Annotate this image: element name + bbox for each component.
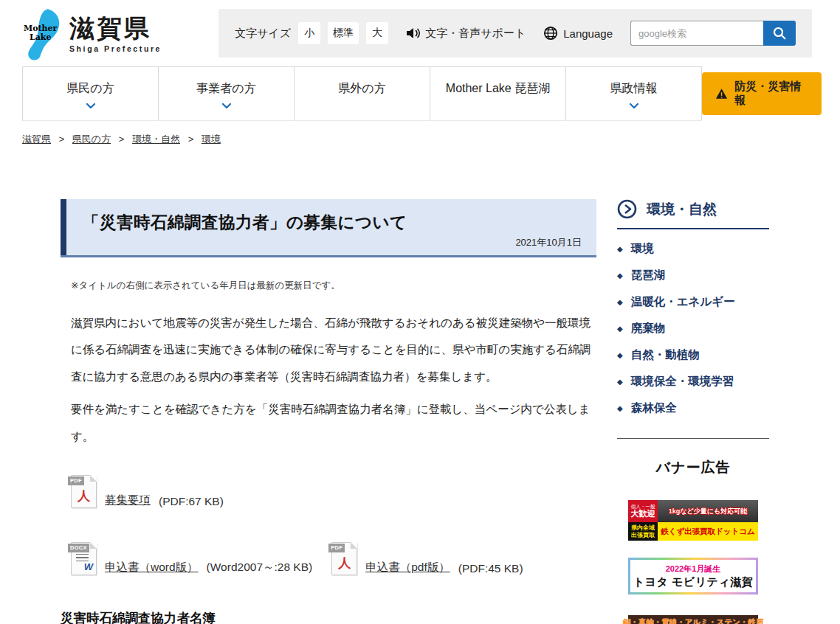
file-link-boshu-yoko[interactable]: 募集要項 — [105, 493, 151, 508]
file-item-moshikomi-word: DOCX 申込書（word版） (Word2007～:28 KB) — [71, 542, 312, 575]
file-row: DOCX 申込書（word版） (Word2007～:28 KB) PDF 申込… — [71, 542, 596, 575]
file-link-moshikomi-word[interactable]: 申込書（word版） — [105, 560, 199, 575]
search-icon — [772, 26, 787, 41]
audio-support-link[interactable]: 文字・音声サポート — [406, 27, 526, 41]
font-size-large-button[interactable]: 大 — [366, 22, 388, 44]
globe-icon — [543, 26, 558, 41]
language-label: Language — [563, 27, 613, 40]
banner-ad-scrap-metal[interactable]: 個人・一般 大歓迎 県内全域 出張買取 1kgなど少量にも対応可能 鉄くず出張買… — [628, 500, 758, 541]
warning-icon — [715, 88, 728, 100]
diamond-bullet-icon: ◆ — [617, 272, 623, 280]
sidebar-category-header[interactable]: 環境・自然 — [617, 199, 769, 229]
main-column: 「災害時石綿調査協力者」の募集について 2021年10月1日 ※タイトルの右側に… — [61, 199, 596, 624]
diamond-bullet-icon: ◆ — [617, 378, 623, 386]
file-type-badge: DOCX — [68, 544, 89, 552]
file-type-badge: PDF — [68, 476, 84, 485]
main-nav: 県民の方 事業者の方 県外の方 Mother Lake 琵琶湖 県政情報 — [0, 66, 840, 121]
sidebar-item-kankyo[interactable]: ◆環境 — [617, 241, 769, 257]
logo-prefecture-name: 滋賀県 — [69, 15, 162, 41]
search-input[interactable] — [630, 21, 763, 46]
docx-file-icon: DOCX — [71, 542, 97, 575]
diamond-bullet-icon: ◆ — [617, 299, 623, 306]
breadcrumb-link-home[interactable]: 滋賀県 — [22, 134, 51, 145]
banner-ad-toyota[interactable]: 2022年1月誕生 トヨタ モビリティ滋賀 — [628, 558, 758, 594]
file-meta: (PDF:45 KB) — [458, 562, 523, 575]
mother-lake-text: Mother Lake — [24, 24, 57, 41]
chevron-down-icon — [86, 103, 96, 109]
search-button[interactable] — [763, 21, 796, 46]
sidebar-item-kankyohozen-gakushu[interactable]: ◆環境保全・環境学習 — [617, 374, 769, 389]
diamond-bullet-icon: ◆ — [617, 246, 623, 253]
site-header: Mother Lake 滋賀県 Shiga Prefecture 文字サイズ 小… — [0, 0, 840, 66]
document-lines-decoration — [76, 554, 89, 564]
font-size-standard-button[interactable]: 標準 — [328, 22, 359, 44]
file-link-moshikomi-pdf[interactable]: 申込書（pdf版） — [365, 560, 450, 575]
breadcrumb: 滋賀県 > 県民の方 > 環境・自然 > 環境 — [0, 121, 840, 146]
diamond-bullet-icon: ◆ — [617, 325, 623, 333]
update-note: ※タイトルの右側に表示されている年月日は最新の更新日です。 — [71, 280, 596, 292]
breadcrumb-separator: > — [188, 134, 194, 145]
banner-ad-metal-recycle[interactable]: 銅・真鍮・電線・アルミ・ステン・鉄屑 — [628, 615, 758, 624]
audio-support-label: 文字・音声サポート — [425, 27, 526, 41]
nav-item-kenmin[interactable]: 県民の方 — [23, 67, 159, 120]
speaker-icon — [406, 27, 420, 39]
nav-item-mother-lake-biwako[interactable]: Mother Lake 琵琶湖 — [430, 67, 566, 120]
site-search — [630, 21, 796, 46]
language-link[interactable]: Language — [543, 26, 613, 41]
font-size-small-button[interactable]: 小 — [298, 22, 320, 44]
nav-item-kengai[interactable]: 県外の方 — [295, 67, 430, 120]
breadcrumb-separator: > — [59, 134, 65, 145]
file-item-moshikomi-pdf: PDF 申込書（pdf版） (PDF:45 KB) — [331, 542, 523, 575]
publish-paragraph: 要件を満たすことを確認できた方を「災害時石綿調査協力者名簿」に登載し、当ページ内… — [71, 396, 596, 450]
file-item-boshu-yoko: PDF 募集要項 (PDF:67 KB) — [71, 475, 224, 508]
utility-bar: 文字サイズ 小 標準 大 文字・音声サポート Language — [218, 9, 812, 58]
sidebar-list: ◆環境 ◆琵琶湖 ◆温暖化・エネルギー ◆廃棄物 ◆自然・動植物 ◆環境保全・環… — [617, 241, 769, 416]
sidebar-item-biwako[interactable]: ◆琵琶湖 — [617, 268, 769, 283]
title-divider — [61, 255, 596, 257]
logo-subtitle: Shiga Prefecture — [69, 44, 162, 53]
file-meta: (PDF:67 KB) — [159, 495, 224, 508]
intro-paragraph: 滋賀県内において地震等の災害が発生した場合、石綿が飛散するおそれのある被災建築物… — [71, 310, 596, 390]
emergency-info-button[interactable]: 防災・災害情報 — [702, 72, 822, 115]
chevron-down-icon — [221, 103, 232, 109]
section-heading-meibo: 災害時石綿調査協力者名簿 — [61, 609, 596, 624]
page-title-block: 「災害時石綿調査協力者」の募集について 2021年10月1日 — [61, 199, 596, 255]
diamond-bullet-icon: ◆ — [617, 405, 623, 412]
content-area: 「災害時石綿調査協力者」の募集について 2021年10月1日 ※タイトルの右側に… — [0, 146, 840, 624]
site-logo[interactable]: Mother Lake 滋賀県 Shiga Prefecture — [22, 4, 162, 63]
breadcrumb-link-kankyo-shizen[interactable]: 環境・自然 — [132, 134, 180, 145]
sidebar-divider — [617, 438, 769, 439]
sidebar-item-haikibutsu[interactable]: ◆廃棄物 — [617, 321, 769, 336]
banner-ads-heading: バナー広告 — [617, 458, 769, 477]
file-row: PDF 募集要項 (PDF:67 KB) — [71, 475, 596, 508]
lake-biwa-logo-icon: Mother Lake — [22, 7, 63, 63]
breadcrumb-link-kenmin[interactable]: 県民の方 — [72, 134, 111, 145]
chevron-down-icon — [629, 103, 639, 109]
sidebar-item-shinrin-hozen[interactable]: ◆森林保全 — [617, 401, 769, 416]
nav-item-kensei-joho[interactable]: 県政情報 — [566, 67, 702, 120]
diamond-bullet-icon: ◆ — [617, 352, 623, 359]
breadcrumb-link-kankyo[interactable]: 環境 — [202, 134, 221, 145]
nav-item-jigyosha[interactable]: 事業者の方 — [159, 67, 295, 120]
pdf-file-icon: PDF — [331, 542, 357, 575]
sidebar-item-shizen-doshokubutsu[interactable]: ◆自然・動植物 — [617, 347, 769, 363]
updated-date: 2021年10月1日 — [83, 236, 582, 249]
pdf-file-icon: PDF — [71, 475, 97, 508]
circle-arrow-icon — [617, 199, 637, 219]
page-title: 「災害時石綿調査協力者」の募集について — [83, 211, 582, 234]
sidebar: 環境・自然 ◆環境 ◆琵琶湖 ◆温暖化・エネルギー ◆廃棄物 ◆自然・動植物 ◆… — [617, 199, 769, 624]
file-meta: (Word2007～:28 KB) — [207, 560, 313, 575]
sidebar-item-ondanka-energy[interactable]: ◆温暖化・エネルギー — [617, 294, 769, 310]
breadcrumb-separator: > — [119, 134, 125, 145]
sidebar-category-title: 環境・自然 — [647, 200, 717, 219]
font-size-label: 文字サイズ — [235, 27, 291, 41]
file-type-badge: PDF — [328, 544, 345, 552]
